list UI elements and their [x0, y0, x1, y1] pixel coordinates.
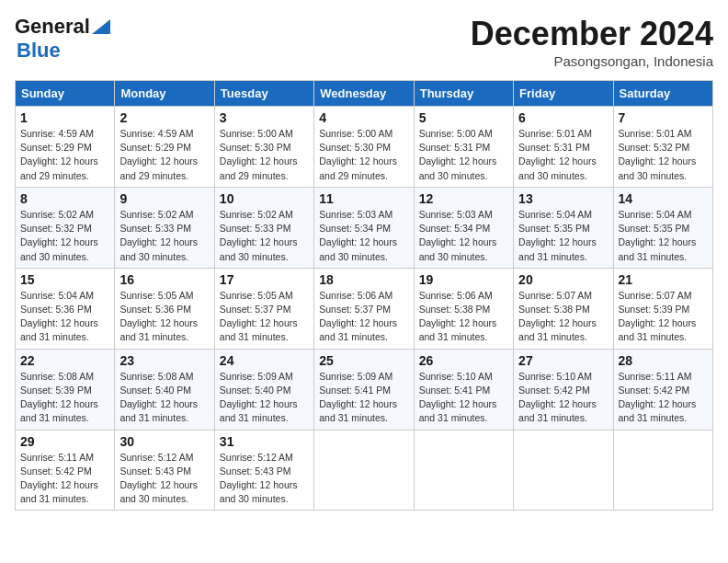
day-info: Sunrise: 5:00 AM Sunset: 5:31 PM Dayligh…: [419, 127, 508, 183]
day-number: 25: [319, 353, 408, 368]
day-number: 2: [119, 110, 209, 125]
day-info: Sunrise: 5:04 AM Sunset: 5:35 PM Dayligh…: [619, 208, 708, 264]
weekday-header-sunday: Sunday: [16, 81, 115, 107]
day-info: Sunrise: 5:06 AM Sunset: 5:37 PM Dayligh…: [319, 289, 408, 345]
day-info: Sunrise: 5:03 AM Sunset: 5:34 PM Dayligh…: [419, 208, 508, 264]
day-number: 8: [20, 191, 109, 206]
day-info: Sunrise: 5:04 AM Sunset: 5:36 PM Dayligh…: [20, 289, 109, 345]
weekday-header-monday: Monday: [115, 81, 214, 107]
calendar-day-cell: 18Sunrise: 5:06 AM Sunset: 5:37 PM Dayli…: [314, 268, 414, 349]
calendar-day-cell: 30Sunrise: 5:12 AM Sunset: 5:43 PM Dayli…: [115, 430, 214, 511]
day-info: Sunrise: 5:07 AM Sunset: 5:38 PM Dayligh…: [518, 289, 608, 345]
weekday-header-thursday: Thursday: [414, 81, 513, 107]
calendar-day-cell: 4Sunrise: 5:00 AM Sunset: 5:30 PM Daylig…: [314, 107, 414, 188]
day-info: Sunrise: 5:10 AM Sunset: 5:42 PM Dayligh…: [518, 370, 608, 426]
weekday-header-saturday: Saturday: [613, 81, 712, 107]
day-number: 5: [419, 110, 508, 125]
day-number: 14: [619, 191, 708, 206]
weekday-header-friday: Friday: [514, 81, 613, 107]
day-number: 18: [319, 272, 408, 287]
location-text: Pasongsongan, Indonesia: [471, 53, 713, 69]
day-info: Sunrise: 5:01 AM Sunset: 5:31 PM Dayligh…: [518, 127, 608, 183]
page-header: General Blue December 2024 Pasongsongan,…: [15, 15, 713, 69]
calendar-day-cell: 29Sunrise: 5:11 AM Sunset: 5:42 PM Dayli…: [16, 430, 115, 511]
calendar-day-cell: 8Sunrise: 5:02 AM Sunset: 5:32 PM Daylig…: [16, 187, 115, 268]
day-number: 24: [220, 353, 309, 368]
day-info: Sunrise: 5:07 AM Sunset: 5:39 PM Dayligh…: [619, 289, 708, 345]
calendar-day-cell: 16Sunrise: 5:05 AM Sunset: 5:36 PM Dayli…: [115, 268, 214, 349]
svg-marker-0: [92, 19, 110, 34]
day-info: Sunrise: 5:08 AM Sunset: 5:39 PM Dayligh…: [20, 370, 109, 426]
day-info: Sunrise: 5:05 AM Sunset: 5:37 PM Dayligh…: [220, 289, 309, 345]
weekday-header-tuesday: Tuesday: [214, 81, 313, 107]
calendar-day-cell: 3Sunrise: 5:00 AM Sunset: 5:30 PM Daylig…: [214, 107, 313, 188]
calendar-day-cell: 17Sunrise: 5:05 AM Sunset: 5:37 PM Dayli…: [214, 268, 313, 349]
logo: General Blue: [15, 15, 110, 63]
day-number: 22: [20, 353, 109, 368]
day-info: Sunrise: 5:11 AM Sunset: 5:42 PM Dayligh…: [20, 451, 109, 507]
day-number: 28: [619, 353, 708, 368]
calendar-day-cell: 23Sunrise: 5:08 AM Sunset: 5:40 PM Dayli…: [115, 349, 214, 430]
day-info: Sunrise: 5:12 AM Sunset: 5:43 PM Dayligh…: [119, 451, 209, 507]
day-info: Sunrise: 5:02 AM Sunset: 5:33 PM Dayligh…: [220, 208, 309, 264]
calendar-day-cell: 19Sunrise: 5:06 AM Sunset: 5:38 PM Dayli…: [414, 268, 513, 349]
logo-text: General: [15, 15, 90, 39]
calendar-day-cell: 31Sunrise: 5:12 AM Sunset: 5:43 PM Dayli…: [214, 430, 313, 511]
calendar-day-cell: 27Sunrise: 5:10 AM Sunset: 5:42 PM Dayli…: [514, 349, 613, 430]
calendar-week-row: 15Sunrise: 5:04 AM Sunset: 5:36 PM Dayli…: [16, 268, 713, 349]
day-info: Sunrise: 5:08 AM Sunset: 5:40 PM Dayligh…: [119, 370, 209, 426]
calendar-day-cell: 24Sunrise: 5:09 AM Sunset: 5:40 PM Dayli…: [214, 349, 313, 430]
day-info: Sunrise: 4:59 AM Sunset: 5:29 PM Dayligh…: [20, 127, 109, 183]
calendar-day-cell: 20Sunrise: 5:07 AM Sunset: 5:38 PM Dayli…: [514, 268, 613, 349]
calendar-day-cell: 25Sunrise: 5:09 AM Sunset: 5:41 PM Dayli…: [314, 349, 414, 430]
day-info: Sunrise: 5:04 AM Sunset: 5:35 PM Dayligh…: [518, 208, 608, 264]
weekday-header-wednesday: Wednesday: [314, 81, 414, 107]
day-number: 27: [518, 353, 608, 368]
day-info: Sunrise: 4:59 AM Sunset: 5:29 PM Dayligh…: [119, 127, 209, 183]
calendar-week-row: 8Sunrise: 5:02 AM Sunset: 5:32 PM Daylig…: [16, 187, 713, 268]
calendar-day-cell: 1Sunrise: 4:59 AM Sunset: 5:29 PM Daylig…: [16, 107, 115, 188]
day-info: Sunrise: 5:02 AM Sunset: 5:32 PM Dayligh…: [20, 208, 109, 264]
month-year-title: December 2024: [471, 15, 713, 53]
calendar-day-cell: 22Sunrise: 5:08 AM Sunset: 5:39 PM Dayli…: [16, 349, 115, 430]
day-number: 31: [220, 434, 309, 449]
calendar-day-cell: 5Sunrise: 5:00 AM Sunset: 5:31 PM Daylig…: [414, 107, 513, 188]
calendar-day-cell: 15Sunrise: 5:04 AM Sunset: 5:36 PM Dayli…: [16, 268, 115, 349]
calendar-day-cell: 2Sunrise: 4:59 AM Sunset: 5:29 PM Daylig…: [115, 107, 214, 188]
calendar-day-cell: [514, 430, 613, 511]
day-number: 1: [20, 110, 109, 125]
day-number: 30: [119, 434, 209, 449]
day-number: 12: [419, 191, 508, 206]
calendar-day-cell: 28Sunrise: 5:11 AM Sunset: 5:42 PM Dayli…: [613, 349, 712, 430]
day-info: Sunrise: 5:00 AM Sunset: 5:30 PM Dayligh…: [220, 127, 309, 183]
day-info: Sunrise: 5:09 AM Sunset: 5:41 PM Dayligh…: [319, 370, 408, 426]
day-number: 10: [220, 191, 309, 206]
day-info: Sunrise: 5:06 AM Sunset: 5:38 PM Dayligh…: [419, 289, 508, 345]
calendar-body: 1Sunrise: 4:59 AM Sunset: 5:29 PM Daylig…: [16, 107, 713, 511]
day-info: Sunrise: 5:00 AM Sunset: 5:30 PM Dayligh…: [319, 127, 408, 183]
day-number: 29: [20, 434, 109, 449]
calendar-table: SundayMondayTuesdayWednesdayThursdayFrid…: [15, 80, 713, 511]
day-number: 6: [518, 110, 608, 125]
day-number: 3: [220, 110, 309, 125]
calendar-day-cell: 13Sunrise: 5:04 AM Sunset: 5:35 PM Dayli…: [514, 187, 613, 268]
day-number: 11: [319, 191, 408, 206]
day-number: 13: [518, 191, 608, 206]
day-number: 17: [220, 272, 309, 287]
calendar-day-cell: 11Sunrise: 5:03 AM Sunset: 5:34 PM Dayli…: [314, 187, 414, 268]
day-number: 16: [119, 272, 209, 287]
calendar-day-cell: 14Sunrise: 5:04 AM Sunset: 5:35 PM Dayli…: [613, 187, 712, 268]
calendar-day-cell: 9Sunrise: 5:02 AM Sunset: 5:33 PM Daylig…: [115, 187, 214, 268]
calendar-day-cell: 6Sunrise: 5:01 AM Sunset: 5:31 PM Daylig…: [514, 107, 613, 188]
calendar-header-row: SundayMondayTuesdayWednesdayThursdayFrid…: [16, 81, 713, 107]
calendar-day-cell: 7Sunrise: 5:01 AM Sunset: 5:32 PM Daylig…: [613, 107, 712, 188]
calendar-day-cell: 10Sunrise: 5:02 AM Sunset: 5:33 PM Dayli…: [214, 187, 313, 268]
day-number: 20: [518, 272, 608, 287]
day-info: Sunrise: 5:11 AM Sunset: 5:42 PM Dayligh…: [619, 370, 708, 426]
day-info: Sunrise: 5:09 AM Sunset: 5:40 PM Dayligh…: [220, 370, 309, 426]
calendar-week-row: 1Sunrise: 4:59 AM Sunset: 5:29 PM Daylig…: [16, 107, 713, 188]
day-info: Sunrise: 5:10 AM Sunset: 5:41 PM Dayligh…: [419, 370, 508, 426]
day-number: 9: [119, 191, 209, 206]
calendar-day-cell: 12Sunrise: 5:03 AM Sunset: 5:34 PM Dayli…: [414, 187, 513, 268]
logo-blue: Blue: [17, 39, 61, 63]
